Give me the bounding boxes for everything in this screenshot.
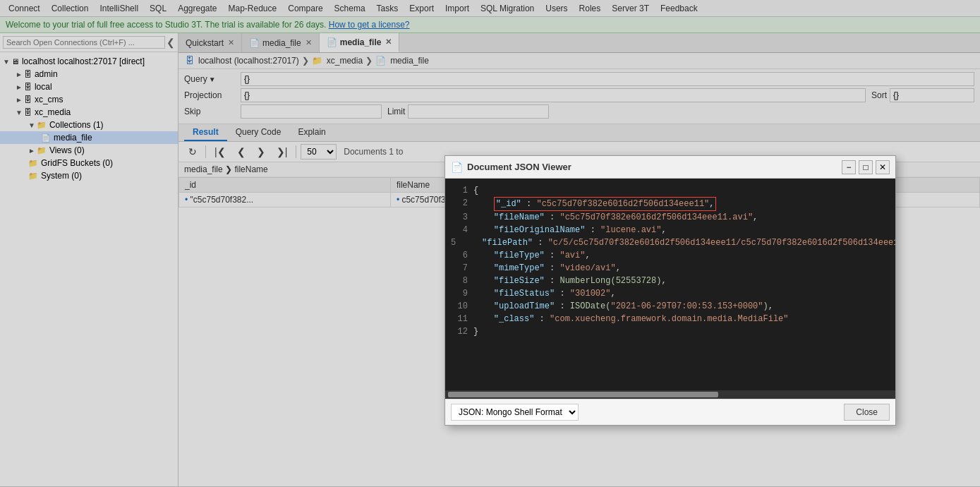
json-line-5: 5 "filePath" : "c/5/c5c75d70f382e6016d2f… (451, 236, 890, 249)
json-line-4: 4 "fileOriginalName" : "lucene.avi", (451, 224, 890, 236)
json-line-11: 11 "_class" : "com.xuecheng.framework.do… (451, 313, 890, 325)
dialog-titlebar: 📄 Document JSON Viewer − □ ✕ (445, 156, 895, 179)
json-line-8: 8 "fileSize" : NumberLong(52553728), (451, 275, 890, 287)
dialog-close-footer-button[interactable]: Close (844, 404, 890, 421)
dialog-title-text: Document JSON Viewer (467, 162, 839, 172)
json-line-3: 3 "fileName" : "c5c75d70f382e6016d2f506d… (451, 211, 890, 224)
json-line-7: 7 "mimeType" : "video/avi", (451, 262, 890, 275)
dialog-footer: JSON: Mongo Shell Format JSON: Strict Fo… (445, 399, 895, 425)
json-content: 1 { 2 "_id" : "c5c75d70f382e6016d2f506d1… (445, 179, 895, 390)
format-select[interactable]: JSON: Mongo Shell Format JSON: Strict Fo… (451, 404, 579, 421)
json-line-6: 6 "fileType" : "avi", (451, 249, 890, 262)
dialog-maximize-button[interactable]: □ (859, 160, 873, 174)
json-line-1: 1 { (451, 184, 890, 197)
json-horizontal-scrollbar[interactable] (445, 390, 895, 399)
dialog-minimize-button[interactable]: − (842, 160, 856, 174)
json-viewer-dialog: 📄 Document JSON Viewer − □ ✕ 1 { 2 "_id"… (444, 155, 896, 426)
json-line-9: 9 "fileStatus" : "301002", (451, 287, 890, 300)
json-line-10: 10 "uploadTime" : ISODate("2021-06-29T07… (451, 300, 890, 313)
dialog-close-button[interactable]: ✕ (876, 160, 890, 174)
scrollbar-thumb (448, 392, 718, 397)
json-line-2: 2 "_id" : "c5c75d70f382e6016d2f506d134ee… (451, 197, 890, 211)
json-line-12: 12 } (451, 325, 890, 338)
dialog-title-icon: 📄 (451, 162, 463, 173)
